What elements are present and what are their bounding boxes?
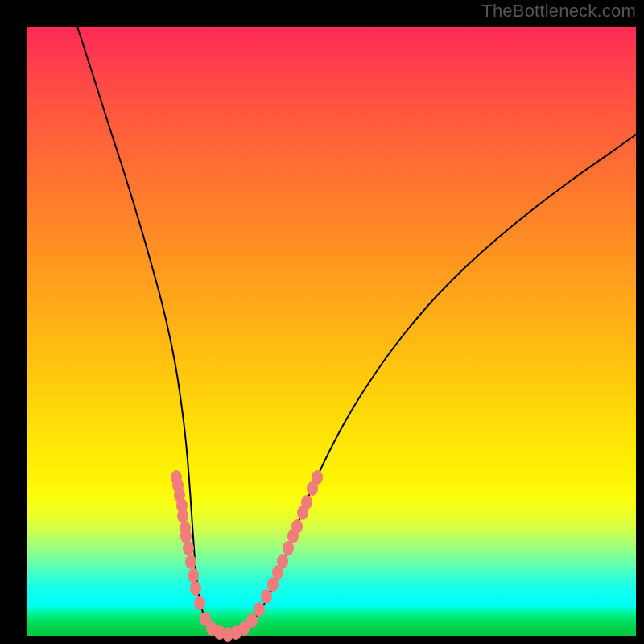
highlight-dot [190,581,201,596]
highlight-dot [177,509,188,523]
highlight-dot [312,470,323,485]
highlight-dot [188,568,199,583]
highlight-dot [301,495,312,510]
highlight-dot [180,529,192,543]
watermark-text: TheBottleneck.com [481,1,636,22]
highlight-dot [261,589,272,604]
chart-frame: TheBottleneck.com [0,0,644,644]
curve-left-arm [77,27,225,634]
highlight-dot [254,602,265,617]
highlight-dot [185,555,196,569]
highlight-dot [277,554,288,568]
highlight-dots-group [171,470,323,642]
highlight-dot [246,613,258,628]
highlight-dot [291,519,303,534]
highlight-dot [183,541,194,555]
chart-svg [27,27,636,636]
highlight-dot [194,596,205,610]
